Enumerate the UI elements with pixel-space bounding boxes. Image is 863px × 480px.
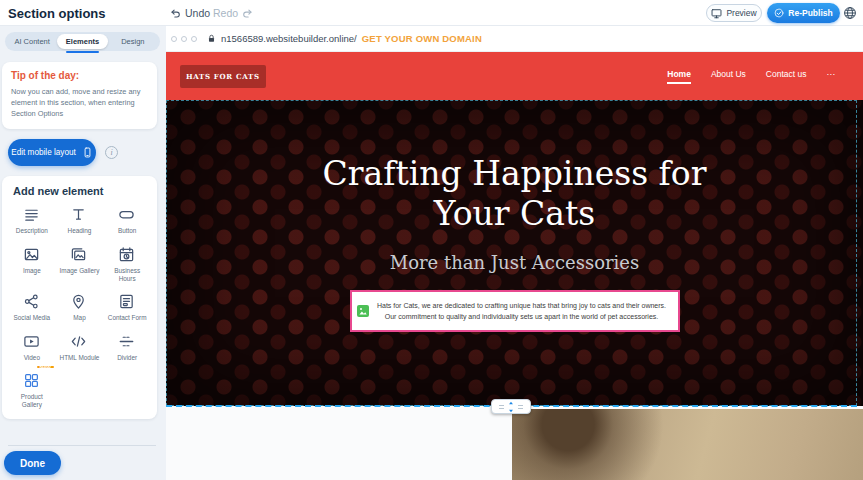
globe-icon <box>843 6 857 23</box>
republish-label: Re-Publish <box>788 8 832 18</box>
site-header[interactable]: HATS FOR CATS HomeAbout UsContact us⋯ <box>166 52 863 100</box>
preview-button[interactable]: Preview <box>706 4 762 22</box>
element-map[interactable]: Map <box>56 293 104 322</box>
undo-button[interactable]: Undo <box>170 7 210 19</box>
redo-label: Redo <box>213 7 238 19</box>
hero-section[interactable]: Crafting Happiness for Your Cats More th… <box>166 100 863 406</box>
canvas: n1566589.websitebuilder.online/ GET YOUR… <box>166 26 863 480</box>
window-dot-icon <box>171 36 177 42</box>
undo-label: Undo <box>185 7 210 19</box>
description-icon <box>23 206 41 224</box>
tab-elements[interactable]: Elements <box>57 34 107 49</box>
product-gallery-icon: New <box>23 372 41 390</box>
new-badge: New <box>37 366 54 368</box>
nav-item-contact-us[interactable]: Contact us <box>766 69 807 84</box>
element-social-media[interactable]: Social Media <box>8 293 56 322</box>
ai-image-icon[interactable] <box>357 305 369 317</box>
nav-item-about-us[interactable]: About Us <box>711 69 746 84</box>
done-button[interactable]: Done <box>4 451 61 475</box>
map-icon <box>70 293 88 311</box>
element-business-hours[interactable]: Business Hours <box>103 246 151 284</box>
browser-bar: n1566589.websitebuilder.online/ GET YOUR… <box>166 26 863 52</box>
social-media-icon <box>23 293 41 311</box>
add-element-panel: Add new element Description Heading Butt… <box>2 176 157 418</box>
element-image-gallery[interactable]: Image Gallery <box>56 246 104 284</box>
element-contact-form[interactable]: Contact Form <box>103 293 151 322</box>
html-module-icon <box>70 333 88 351</box>
undo-icon <box>170 8 181 19</box>
preview-label: Preview <box>726 8 756 18</box>
tip-of-the-day-card: Tip of the day: Now you can add, move an… <box>2 62 157 129</box>
mobile-layout-row: Edit mobile layout i <box>8 139 158 166</box>
redo-icon <box>242 8 253 19</box>
sidebar-tabs: AI ContentElementsDesign <box>5 32 160 51</box>
redo-button[interactable]: Redo <box>213 7 253 19</box>
nav-item-more[interactable]: ⋯ <box>827 69 836 84</box>
hero-content: Crafting Happiness for Your Cats More th… <box>166 154 863 332</box>
lock-icon <box>207 33 216 44</box>
hero-description-element[interactable]: Hats for Cats, we are dedicated to craft… <box>350 290 680 332</box>
hero-heading[interactable]: Crafting Happiness for Your Cats <box>305 154 725 233</box>
resize-arrows-icon <box>507 401 515 413</box>
element-video[interactable]: Video <box>8 333 56 362</box>
grip-dots <box>499 405 504 409</box>
contact-form-icon <box>118 293 136 311</box>
nav-item-home[interactable]: Home <box>667 69 691 84</box>
divider-icon <box>118 333 136 351</box>
tab-design[interactable]: Design <box>108 34 158 49</box>
site-logo[interactable]: HATS FOR CATS <box>180 65 266 88</box>
get-domain-link[interactable]: GET YOUR OWN DOMAIN <box>362 33 482 44</box>
site-nav: HomeAbout UsContact us⋯ <box>667 69 835 84</box>
window-dot-icon <box>181 36 187 42</box>
hero-description-text[interactable]: Hats for Cats, we are dedicated to craft… <box>374 300 670 322</box>
cat-photo <box>512 409 863 480</box>
element-grid: Description Heading Button Image Image G… <box>8 206 151 409</box>
sidebar: AI ContentElementsDesign Tip of the day:… <box>0 26 166 480</box>
next-section[interactable] <box>166 407 863 480</box>
heading-icon <box>70 206 88 224</box>
button-icon <box>118 206 136 224</box>
tab-ai-content[interactable]: AI Content <box>7 34 57 49</box>
phone-icon <box>82 147 93 158</box>
edit-mobile-label: Edit mobile layout <box>11 148 76 157</box>
element-divider[interactable]: Divider <box>103 333 151 362</box>
image-icon <box>23 246 41 264</box>
page-title: Section options <box>8 6 106 21</box>
site-preview: HATS FOR CATS HomeAbout UsContact us⋯ Cr… <box>166 52 863 480</box>
check-icon <box>774 8 784 18</box>
tip-title: Tip of the day: <box>11 70 148 81</box>
element-description[interactable]: Description <box>8 206 56 235</box>
monitor-icon <box>711 8 722 19</box>
hero-subheading[interactable]: More than Just Accessories <box>166 252 863 273</box>
element-product-gallery[interactable]: New Product Gallery <box>8 372 56 410</box>
window-dot-icon <box>191 36 197 42</box>
site-url[interactable]: n1566589.websitebuilder.online/ <box>221 33 357 44</box>
info-icon[interactable]: i <box>105 146 118 159</box>
image-gallery-icon <box>70 246 88 264</box>
language-globe-button[interactable] <box>843 6 857 20</box>
section-resize-handle[interactable] <box>491 399 531 414</box>
element-heading[interactable]: Heading <box>56 206 104 235</box>
sidebar-divider <box>8 445 156 446</box>
grip-dots <box>518 405 523 409</box>
video-icon <box>23 333 41 351</box>
add-element-title: Add new element <box>13 185 151 197</box>
topbar: Section options Undo Redo Preview Re-Pub… <box>0 0 863 26</box>
business-hours-icon <box>118 246 136 264</box>
app-window: Section options Undo Redo Preview Re-Pub… <box>0 0 863 480</box>
tip-body: Now you can add, move and resize any ele… <box>11 86 148 119</box>
element-image[interactable]: Image <box>8 246 56 284</box>
element-html-module[interactable]: HTML Module <box>56 333 104 362</box>
edit-mobile-layout-button[interactable]: Edit mobile layout <box>8 139 96 166</box>
element-button[interactable]: Button <box>103 206 151 235</box>
republish-button[interactable]: Re-Publish <box>767 3 840 23</box>
